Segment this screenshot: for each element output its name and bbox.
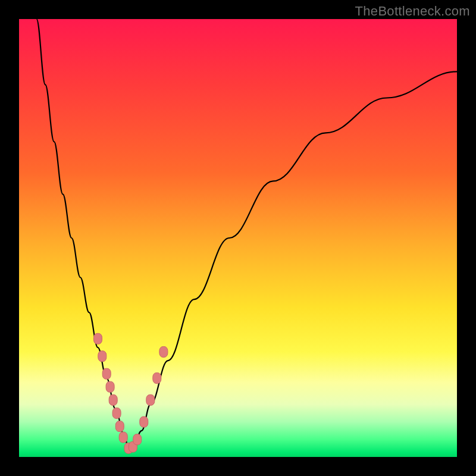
data-point: [94, 333, 102, 344]
data-point: [109, 394, 117, 405]
data-point: [133, 434, 142, 445]
data-point: [106, 381, 114, 392]
data-point: [112, 408, 121, 418]
data-point: [102, 368, 111, 379]
data-point: [159, 346, 168, 357]
data-point: [153, 373, 161, 384]
attribution-text: TheBottleneck.com: [355, 4, 470, 19]
data-point: [119, 432, 127, 443]
plot-area: [19, 19, 457, 457]
data-point: [140, 416, 148, 427]
data-point: [115, 421, 124, 432]
data-point: [146, 394, 155, 405]
chart-svg: [19, 19, 457, 457]
data-point: [98, 351, 107, 362]
chart-container: TheBottleneck.com: [0, 0, 476, 476]
bottleneck-curve: [36, 19, 457, 448]
